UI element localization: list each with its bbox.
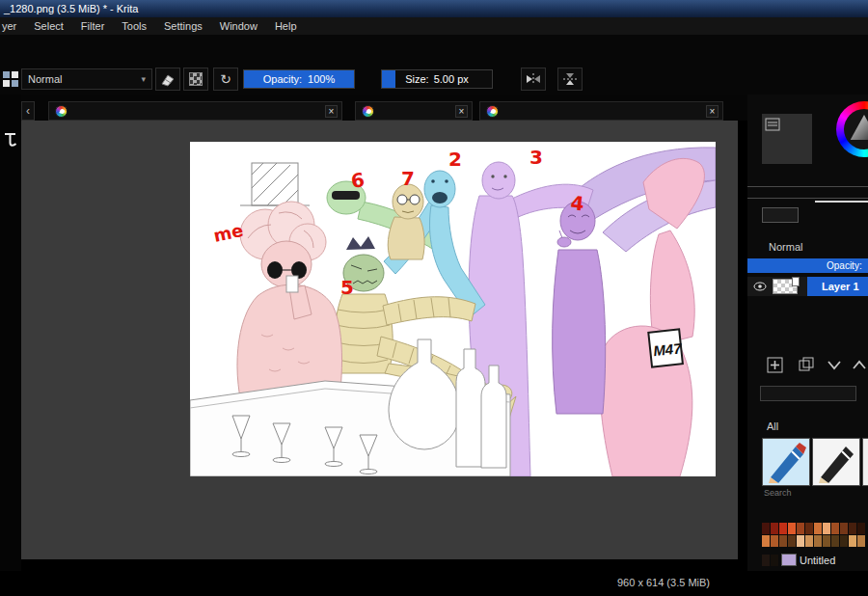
tool-strip	[0, 95, 21, 571]
layer-blend-mode-dropdown[interactable]: Normal	[747, 241, 868, 257]
palette-entry-row[interactable]: Untitled	[762, 554, 835, 566]
transform-tool-icon[interactable]	[3, 131, 18, 149]
tab-scroll-left-button[interactable]: ‹	[21, 101, 35, 121]
palette-swatch[interactable]	[823, 523, 830, 534]
document-tab[interactable]: ×	[355, 101, 473, 121]
preset-tag-filter[interactable]: All	[747, 420, 868, 432]
menu-item-window[interactable]: Window	[211, 20, 266, 32]
palette-selected-swatch[interactable]	[781, 554, 797, 566]
layer-name-selected[interactable]: Layer 1	[807, 277, 868, 296]
docker-tab[interactable]	[762, 207, 799, 223]
palette-swatch[interactable]	[771, 555, 778, 566]
palette-extra-row	[762, 555, 778, 566]
layer-row[interactable]: Layer 1	[747, 277, 868, 296]
scroll-left-icon: ‹	[26, 104, 30, 118]
opacity-value: 100%	[308, 73, 335, 85]
artist-signature: M47	[648, 329, 683, 366]
docker-panel: Normal Opacity: Layer 1	[747, 95, 868, 571]
palette-swatch[interactable]	[788, 535, 796, 547]
krita-window: _1280.png (3.5 MiB) * - Krita yer Select…	[0, 0, 868, 596]
menu-item-filter[interactable]: Filter	[72, 20, 113, 32]
mirror-vertical-button[interactable]	[557, 68, 583, 91]
palette-swatch[interactable]	[762, 523, 770, 534]
tab-close-button[interactable]: ×	[455, 105, 468, 118]
mirror-horizontal-button[interactable]	[521, 68, 546, 91]
opacity-label: Opacity:	[263, 73, 302, 85]
size-slider-fill	[382, 70, 395, 88]
color-selector-docker[interactable]	[762, 114, 812, 164]
eraser-icon	[159, 71, 176, 87]
palette-swatch[interactable]	[857, 535, 865, 547]
layer-filter-dropdown[interactable]	[760, 386, 856, 401]
close-icon: ×	[710, 106, 716, 117]
menu-item-tools[interactable]: Tools	[113, 20, 155, 32]
chevron-down-icon: ▾	[141, 74, 146, 84]
titlebar[interactable]: _1280.png (3.5 MiB) * - Krita	[0, 0, 868, 17]
document-tab[interactable]: ×	[48, 101, 342, 121]
layer-visibility-eye-icon[interactable]	[753, 282, 767, 291]
annotation-5: 5	[340, 276, 354, 299]
color-wheel[interactable]	[836, 101, 868, 157]
move-layer-up-button[interactable]	[852, 359, 867, 370]
palette-swatch[interactable]	[779, 523, 787, 534]
opacity-slider[interactable]: Opacity: 100%	[243, 69, 355, 89]
palette-swatch[interactable]	[857, 523, 865, 534]
brush-preset-pencil-gray[interactable]	[862, 438, 868, 486]
size-slider[interactable]: Size: 5.00 px	[381, 69, 493, 89]
pencil-icon	[813, 439, 859, 485]
palette-swatch[interactable]	[840, 535, 848, 547]
canvas-image[interactable]: M47 me 6 7 2 3 4 5	[190, 142, 716, 476]
palette-swatch[interactable]	[814, 523, 822, 534]
palette-swatch[interactable]	[797, 523, 804, 534]
tab-close-button[interactable]: ×	[325, 105, 338, 118]
figure-tan	[388, 184, 424, 259]
tab-close-button[interactable]: ×	[706, 105, 719, 118]
palette-swatch[interactable]	[831, 523, 839, 534]
brush-preset-pencil-black[interactable]	[812, 438, 860, 486]
palette-swatch[interactable]	[823, 535, 830, 547]
menu-item-layer[interactable]: yer	[0, 20, 25, 32]
move-layer-down-button[interactable]	[827, 359, 842, 370]
statusbar: 960 x 614 (3.5 MiB)	[0, 571, 868, 596]
alpha-checker-icon	[189, 72, 203, 86]
palette-swatch[interactable]	[814, 535, 822, 547]
krita-icon	[362, 105, 374, 118]
workspace-chooser-icon[interactable]	[3, 71, 18, 87]
docker-settings-icon[interactable]	[765, 118, 780, 131]
palette-swatch[interactable]	[840, 523, 848, 534]
palette-swatch[interactable]	[805, 535, 813, 547]
docker-splitter[interactable]	[815, 201, 868, 203]
palette-swatch[interactable]	[831, 535, 839, 547]
krita-icon	[55, 105, 68, 118]
palette-swatch[interactable]	[771, 523, 778, 534]
menu-item-help[interactable]: Help	[266, 20, 306, 32]
layer-name-label: Layer 1	[822, 281, 859, 292]
close-icon: ×	[329, 106, 335, 117]
brush-blend-mode-dropdown[interactable]: Normal ▾	[21, 68, 152, 90]
layer-opacity-slider[interactable]: Opacity:	[747, 258, 868, 273]
layer-badge-icon	[792, 277, 800, 286]
palette-swatch[interactable]	[805, 523, 813, 534]
canvas-viewport[interactable]: M47 me 6 7 2 3 4 5	[21, 121, 738, 559]
palette-grid	[762, 523, 867, 547]
palette-swatch[interactable]	[762, 555, 770, 566]
palette-swatch[interactable]	[762, 535, 770, 547]
reload-preset-button[interactable]: ↻	[213, 68, 238, 91]
close-icon: ×	[459, 106, 465, 117]
preserve-alpha-button[interactable]	[183, 68, 208, 91]
palette-swatch[interactable]	[797, 535, 804, 547]
palette-swatch[interactable]	[849, 523, 856, 534]
document-tab[interactable]: ×	[479, 101, 723, 121]
palette-swatch[interactable]	[788, 523, 796, 534]
menu-item-select[interactable]: Select	[25, 20, 72, 32]
menu-item-settings[interactable]: Settings	[155, 20, 211, 32]
add-layer-button[interactable]	[767, 357, 783, 373]
eraser-toggle-button[interactable]	[155, 68, 180, 91]
preset-search-input[interactable]	[764, 488, 855, 498]
palette-swatch[interactable]	[771, 535, 778, 547]
brush-preset-pencil-blue[interactable]	[762, 438, 810, 486]
duplicate-layer-button[interactable]	[799, 357, 815, 373]
palette-swatch[interactable]	[779, 535, 787, 547]
palette-swatch[interactable]	[849, 535, 856, 547]
mirror-horizontal-icon	[525, 72, 542, 86]
